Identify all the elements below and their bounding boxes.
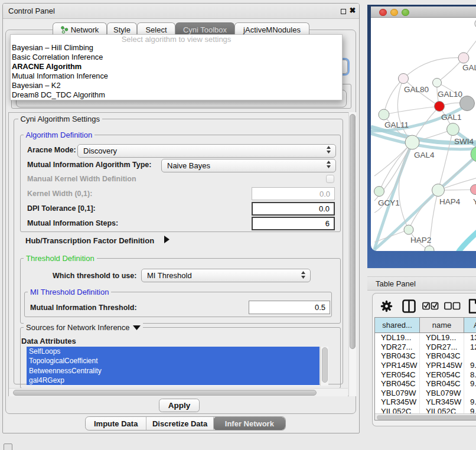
network-node[interactable] [458, 53, 469, 63]
cell-shared-name: YDR27... [375, 343, 420, 352]
menu-item-dream8[interactable]: Dream8 DC_TDC Algorithm [11, 90, 342, 100]
table-body: YDL19... YDL19... 13... YDR27... YDR27..… [375, 333, 476, 416]
network-node[interactable] [405, 135, 419, 149]
mi-threshold-field[interactable]: 0.5 [249, 301, 330, 314]
network-node-label: GAL11 [384, 120, 409, 129]
cell-shared-name: YBR043C [375, 351, 420, 361]
cell-name: YER054C [420, 370, 464, 379]
expand-arrow-icon[interactable] [164, 236, 169, 243]
table-horizontal-scrollbar[interactable] [375, 413, 476, 420]
table-row[interactable]: YER054C YER054C 8. [375, 370, 476, 379]
network-node-label: SWI4 [454, 137, 474, 146]
algorithm-popup-placeholder: Select algorithm to view settings [11, 35, 342, 43]
network-node[interactable] [379, 109, 389, 120]
cell-name: YBR043C [420, 351, 464, 361]
mi-algorithm-type-combo[interactable]: Naive Bayes [161, 159, 336, 172]
menu-item-aracne[interactable]: ARACNE Algorithm [11, 62, 342, 71]
float-window-icon[interactable] [341, 9, 346, 14]
table-row[interactable]: YPR145W YPR145W 9. [375, 361, 476, 370]
network-edge[interactable] [403, 58, 464, 79]
kernel-width-field[interactable]: 0.0 [252, 187, 335, 200]
deselect-all-checks-icon[interactable] [444, 302, 461, 310]
mi-threshold-definition-title: MI Threshold Definition [28, 288, 111, 296]
network-edge[interactable] [384, 79, 403, 115]
settings-vertical-scrollbar[interactable] [348, 112, 356, 396]
control-panel-titlebar[interactable]: Control Panel ✖ [3, 4, 359, 19]
menu-item-bayesian-k2[interactable]: Bayesian – K2 [11, 81, 342, 90]
aracne-mode-value: Discovery [83, 146, 117, 155]
tab-discretize-data[interactable]: Discretize Data [146, 417, 213, 430]
new-document-icon[interactable] [468, 299, 476, 314]
network-edge[interactable] [384, 106, 439, 115]
column-header-name[interactable]: name [420, 318, 464, 332]
cell-third: 9. [464, 397, 476, 407]
minimize-traffic-light[interactable] [390, 9, 398, 17]
table-row[interactable]: YDL19... YDL19... 13... [375, 333, 476, 343]
list-item[interactable]: BetweennessCentrality [27, 366, 319, 376]
network-icon [61, 26, 69, 34]
network-window-titlebar[interactable] [371, 6, 476, 18]
tab-impute-data[interactable]: Impute Data [86, 417, 146, 430]
select-all-checks-icon[interactable] [422, 302, 439, 310]
minimized-window-icon[interactable] [4, 444, 12, 450]
tab-discretize-data-label: Discretize Data [152, 419, 207, 428]
cell-third: 9. [464, 361, 476, 370]
network-node-label: GAL80 [404, 85, 429, 94]
network-node[interactable] [374, 187, 384, 197]
which-threshold-combo[interactable]: MI Threshold [141, 269, 311, 282]
network-node[interactable] [433, 79, 442, 87]
list-vertical-scrollbar[interactable] [320, 347, 328, 386]
collapse-arrow-icon[interactable] [133, 325, 141, 330]
menu-item-basic-correlation[interactable]: Basic Correlation Inference [11, 53, 342, 62]
network-node[interactable] [435, 102, 445, 112]
list-item[interactable]: TopologicalCoefficient [27, 356, 319, 366]
menu-item-mutual-information[interactable]: Mutual Information Inference [11, 71, 342, 81]
mi-steps-field[interactable]: 6 [252, 217, 335, 230]
network-node[interactable] [447, 123, 459, 136]
cell-third: 12... [464, 343, 476, 352]
cell-third: 13... [464, 333, 476, 343]
network-node[interactable] [399, 74, 409, 84]
dpi-tolerance-field[interactable]: 0.0 [252, 202, 335, 216]
menu-item-bayesian-hill-climbing[interactable]: Bayesian – Hill Climbing [11, 43, 342, 53]
network-node[interactable] [432, 184, 445, 197]
aracne-mode-combo[interactable]: Discovery [77, 144, 336, 158]
list-item[interactable]: gal4RGexp [27, 376, 319, 385]
column-header-shared-name[interactable]: shared... [375, 318, 420, 332]
network-node-label: Y [473, 197, 476, 206]
mi-steps-value: 6 [325, 219, 330, 228]
manual-kernel-width-checkbox[interactable] [326, 175, 334, 183]
cell-third: 9. [464, 379, 476, 389]
gear-icon[interactable] [380, 300, 393, 312]
table-row[interactable]: YBR045C YBR045C 9. [375, 379, 476, 389]
network-edge[interactable] [438, 129, 453, 190]
table-panel-title: Table Panel [376, 279, 416, 288]
network-node-label: GAL7 [462, 63, 476, 72]
tab-infer-network-label: Infer Network [225, 419, 274, 428]
settings-horizontal-scrollbar[interactable] [9, 388, 348, 396]
tab-infer-network[interactable]: Infer Network [214, 417, 285, 430]
network-node[interactable] [425, 246, 434, 251]
apply-button[interactable]: Apply [159, 399, 200, 412]
table-panel-bar[interactable]: Table Panel [367, 276, 476, 291]
zoom-traffic-light[interactable] [402, 9, 409, 17]
close-traffic-light[interactable] [379, 9, 387, 17]
close-icon[interactable]: ✖ [348, 5, 357, 16]
network-canvas[interactable]: GAL7GAL80GAL10GAL1GAL11SWI4GAL4HAP4YGCY1… [371, 18, 476, 251]
network-node[interactable] [404, 225, 413, 234]
table-row[interactable]: YBR043C YBR043C [375, 351, 476, 361]
table-row[interactable]: YBL079W YBL079W [375, 389, 476, 398]
manual-kernel-width-label: Manual Kernel Width Definition [27, 175, 136, 183]
network-node[interactable] [471, 185, 476, 195]
data-attributes-list[interactable]: SelfLoops TopologicalCoefficient Between… [27, 347, 319, 386]
table-row[interactable]: YLR345W YLR345W 9. [375, 397, 476, 407]
table-row[interactable]: YDR27... YDR27... 12... [375, 343, 476, 352]
network-view-window: GAL7GAL80GAL10GAL1GAL11SWI4GAL4HAP4YGCY1… [367, 5, 476, 268]
cell-third [464, 389, 476, 398]
split-view-icon[interactable] [402, 299, 416, 313]
network-edge[interactable] [458, 229, 476, 251]
network-node-label: GAL4 [414, 151, 435, 159]
column-header-third[interactable]: A [464, 318, 476, 332]
tab-jactivemnodules-label: jActiveMNodules [243, 25, 301, 34]
list-item[interactable]: SelfLoops [27, 347, 319, 356]
